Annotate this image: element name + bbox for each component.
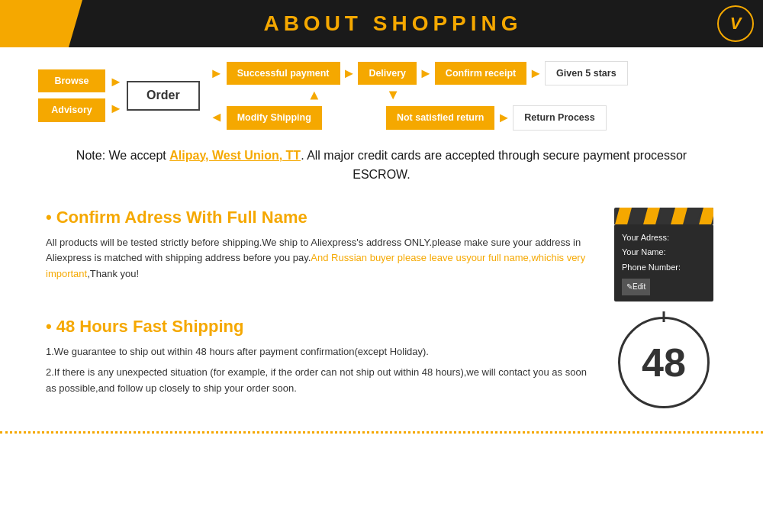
number-48: 48: [642, 340, 686, 385]
vertical-arrows-row: ► ►: [279, 89, 628, 102]
page-title: ABOUT SHOPPING: [69, 11, 717, 36]
modify-shipping-box: Modify Shipping: [227, 106, 322, 129]
not-satisfied-return-box: Not satisfied return: [386, 106, 495, 129]
48-hours-body: 1.We guarantee to ship out within 48 hou…: [46, 344, 588, 396]
arrow-advisory-order: ►: [109, 101, 123, 117]
clapper-widget: Your Adress: Your Name: Phone Number: ✎E…: [614, 208, 713, 301]
bottom-path: ► Modify Shipping Not satisfied return ►…: [208, 105, 628, 130]
48-body2: 2.If there is any unexpected situation (…: [46, 365, 588, 397]
arrow-order-top: ►: [210, 66, 224, 82]
note-section: Note: We accept Alipay, West Union, TT. …: [0, 138, 763, 200]
successful-payment-box: Successful payment: [227, 62, 340, 85]
address-line1: Your Adress:: [622, 231, 706, 246]
48-hours-text: 48 Hours Fast Shipping 1.We guarantee to…: [46, 317, 588, 396]
section-48-hours: 48 Hours Fast Shipping 1.We guarantee to…: [0, 309, 763, 416]
confirm-address-text: Confirm Adress With Full Name All produc…: [46, 208, 588, 282]
browse-box: Browse: [38, 69, 105, 92]
48-hours-title: 48 Hours Fast Shipping: [46, 317, 588, 337]
circle-48: 48: [618, 317, 710, 408]
address-card-container: Your Adress: Your Name: Phone Number: ✎E…: [610, 208, 717, 301]
header-yellow-accent: [0, 0, 69, 47]
stripe7: [699, 208, 713, 224]
order-box: Order: [127, 81, 200, 111]
note-prefix: Note: We accept: [76, 149, 169, 162]
confirm-receipt-box: Confirm receipt: [435, 62, 526, 85]
note-text: Note: We accept Alipay, West Union, TT. …: [46, 146, 717, 185]
dotted-footer: [0, 431, 763, 434]
arrow-up-payment: ►: [307, 89, 320, 102]
confirm-address-body: All products will be tested strictly bef…: [46, 235, 588, 282]
left-arrows: ► ►: [107, 74, 125, 117]
section-confirm-address: Confirm Adress With Full Name All produc…: [0, 200, 763, 309]
confirm-address-title: Confirm Adress With Full Name: [46, 208, 588, 227]
top-path: ► Successful payment ► Delivery ► Confir…: [208, 61, 628, 85]
arrow-order-bottom: ►: [210, 110, 224, 126]
arrow-after-not-satisfied: ►: [497, 110, 510, 126]
note-suffix: . All major credit cards are accepted th…: [301, 149, 687, 182]
body3-text: ,Thank you!: [87, 268, 139, 279]
left-stack: Browse Advisory: [38, 69, 105, 122]
address-line3: Phone Number:: [622, 260, 706, 276]
48-body1: 1.We guarantee to ship out within 48 hou…: [46, 344, 588, 360]
delivery-box: Delivery: [358, 62, 417, 85]
arrow-after-delivery: ►: [419, 66, 433, 82]
return-process-box: Return Process: [513, 105, 606, 130]
arrow-after-payment: ►: [343, 66, 356, 82]
edit-button[interactable]: ✎Edit: [622, 279, 650, 295]
logo-badge: V: [717, 5, 754, 42]
arrow-after-confirm: ►: [529, 66, 542, 82]
clapper-top: [614, 208, 713, 224]
circle-48-container: 48: [610, 317, 717, 408]
path-group: ► Successful payment ► Delivery ► Confir…: [208, 61, 628, 131]
given-5-stars-box: Given 5 stars: [545, 61, 628, 85]
note-highlight: Alipay, West Union, TT: [169, 149, 301, 162]
arrow-browse-order: ►: [109, 74, 123, 90]
flow-diagram: Browse Advisory ► ► Order ► Successful p…: [0, 47, 763, 138]
down-arrow-container: ►: [354, 89, 409, 102]
up-arrow-container: ►: [279, 89, 348, 102]
address-card: Your Adress: Your Name: Phone Number: ✎E…: [614, 224, 713, 301]
advisory-box: Advisory: [38, 98, 105, 121]
header: ABOUT SHOPPING V: [0, 0, 763, 47]
arrow-down-delivery: ►: [387, 89, 401, 102]
address-line2: Your Name:: [622, 245, 706, 260]
